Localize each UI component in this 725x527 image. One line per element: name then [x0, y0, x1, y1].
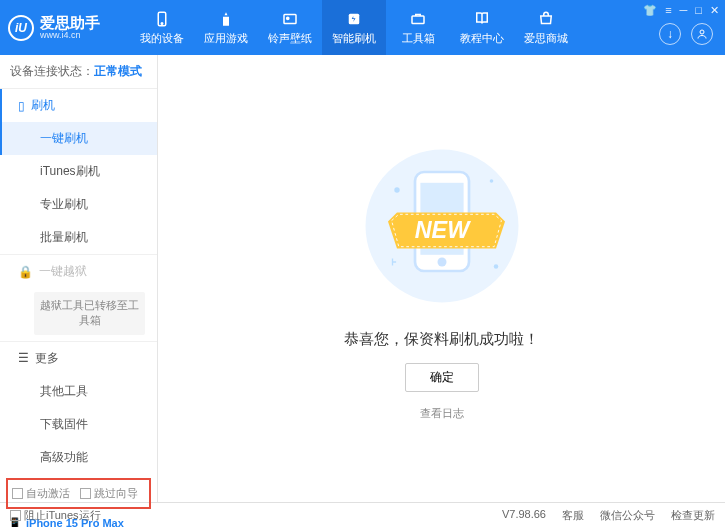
jailbreak-notice: 越狱工具已转移至工具箱: [34, 292, 145, 335]
sidebar-item-batch-flash[interactable]: 批量刷机: [0, 221, 157, 254]
svg-rect-2: [284, 15, 296, 24]
sidebar-item-other-tools[interactable]: 其他工具: [0, 375, 157, 408]
version-label: V7.98.66: [502, 508, 546, 523]
phone-icon: [152, 9, 172, 29]
sidebar-item-advanced[interactable]: 高级功能: [0, 441, 157, 474]
connection-status: 设备连接状态：正常模式: [0, 55, 157, 89]
top-nav: 我的设备 应用游戏 铃声壁纸 智能刷机 工具箱 教程中心 爱思商城: [130, 0, 578, 55]
svg-point-10: [437, 258, 446, 267]
maximize-icon[interactable]: □: [695, 4, 702, 17]
nav-flash[interactable]: 智能刷机: [322, 0, 386, 55]
apps-icon: [216, 9, 236, 29]
nav-tutorial[interactable]: 教程中心: [450, 0, 514, 55]
sidebar-item-itunes-flash[interactable]: iTunes刷机: [0, 155, 157, 188]
svg-text:NEW: NEW: [414, 217, 470, 243]
nav-apps[interactable]: 应用游戏: [194, 0, 258, 55]
store-icon: [536, 9, 556, 29]
app-url: www.i4.cn: [40, 30, 100, 40]
sidebar-item-pro-flash[interactable]: 专业刷机: [0, 188, 157, 221]
svg-point-3: [287, 17, 289, 19]
activation-options: 自动激活 跳过向导: [6, 478, 151, 509]
app-name: 爱思助手: [40, 15, 100, 30]
image-icon: [280, 9, 300, 29]
success-illustration: NEW: [352, 136, 532, 316]
minimize-icon[interactable]: ─: [680, 4, 688, 17]
nav-my-device[interactable]: 我的设备: [130, 0, 194, 55]
window-controls: 👕 ≡ ─ □ ✕: [643, 4, 719, 17]
svg-point-15: [489, 179, 493, 183]
nav-toolbox[interactable]: 工具箱: [386, 0, 450, 55]
logo-icon: iU: [8, 15, 34, 41]
footer-update[interactable]: 检查更新: [671, 508, 715, 523]
phone-small-icon: ▯: [18, 99, 25, 113]
skin-icon[interactable]: 👕: [643, 4, 657, 17]
user-icon[interactable]: [691, 23, 713, 45]
menu-icon[interactable]: ≡: [665, 4, 671, 17]
nav-store[interactable]: 爱思商城: [514, 0, 578, 55]
checkbox-skip-guide[interactable]: 跳过向导: [80, 486, 138, 501]
nav-ringtone[interactable]: 铃声壁纸: [258, 0, 322, 55]
svg-point-1: [161, 23, 163, 25]
sidebar-section-jailbreak: 🔒 一键越狱: [0, 255, 157, 288]
checkbox-auto-activate[interactable]: 自动激活: [12, 486, 70, 501]
success-message: 恭喜您，保资料刷机成功啦！: [344, 330, 539, 349]
view-log-link[interactable]: 查看日志: [420, 406, 464, 421]
checkbox-block-itunes[interactable]: 阻止iTunes运行: [10, 508, 101, 523]
close-icon[interactable]: ✕: [710, 4, 719, 17]
svg-point-6: [700, 30, 704, 34]
download-icon[interactable]: ↓: [659, 23, 681, 45]
svg-point-16: [493, 264, 498, 269]
ok-button[interactable]: 确定: [405, 363, 479, 392]
footer-wechat[interactable]: 微信公众号: [600, 508, 655, 523]
sidebar-item-oneclick-flash[interactable]: 一键刷机: [0, 122, 157, 155]
flash-icon: [344, 9, 364, 29]
svg-point-14: [394, 187, 399, 192]
list-icon: ☰: [18, 351, 29, 365]
sidebar-section-flash[interactable]: ▯ 刷机: [0, 89, 157, 122]
main-content: NEW 恭喜您，保资料刷机成功啦！ 确定 查看日志: [158, 55, 725, 502]
sidebar-item-download-firmware[interactable]: 下载固件: [0, 408, 157, 441]
svg-rect-5: [412, 16, 424, 24]
logo: iU 爱思助手 www.i4.cn: [8, 15, 100, 41]
app-header: iU 爱思助手 www.i4.cn 我的设备 应用游戏 铃声壁纸 智能刷机 工具…: [0, 0, 725, 55]
book-icon: [472, 9, 492, 29]
sidebar-section-more[interactable]: ☰ 更多: [0, 342, 157, 375]
sidebar: 设备连接状态：正常模式 ▯ 刷机 一键刷机 iTunes刷机 专业刷机 批量刷机…: [0, 55, 158, 502]
header-actions: ↓: [659, 23, 713, 45]
footer-support[interactable]: 客服: [562, 508, 584, 523]
toolbox-icon: [408, 9, 428, 29]
lock-icon: 🔒: [18, 265, 33, 279]
